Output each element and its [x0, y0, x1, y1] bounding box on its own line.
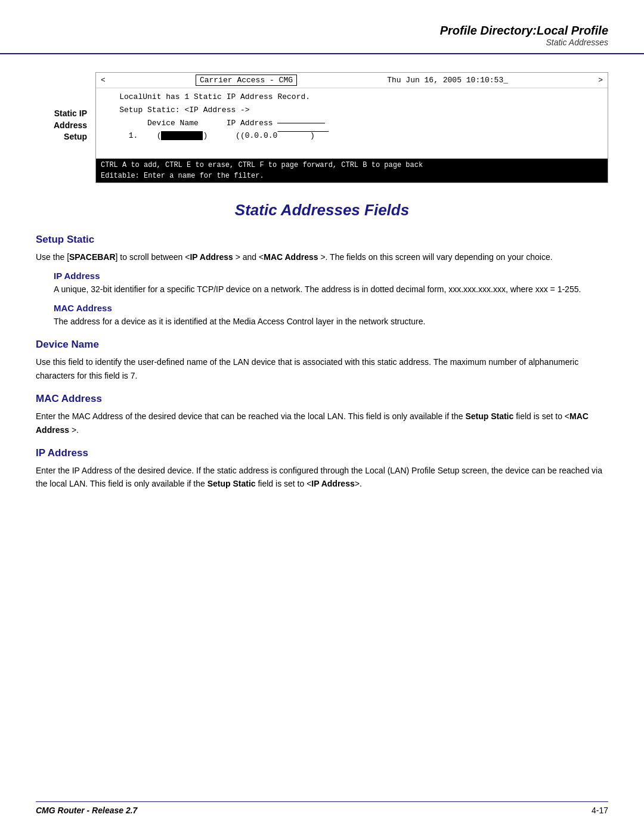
device-name-input-field: ( ): [157, 131, 212, 140]
header-section: Profile Directory:Local Profile Static A…: [0, 0, 644, 54]
subsection-mac-address-heading: MAC Address: [36, 393, 608, 405]
main-content: Static IP Address Setup < Carrier Access…: [0, 54, 644, 506]
terminal-timestamp: Thu Jun 16, 2005 10:10:53_: [387, 76, 508, 85]
terminal-footer: CTRL A to add, CTRL E to erase, CTRL F t…: [96, 159, 608, 182]
terminal-line-1: LocalUnit has 1 Static IP Address Record…: [101, 91, 603, 104]
terminal-nav-right: >: [598, 76, 603, 85]
footer-left: CMG Router - Release 2.7: [36, 806, 137, 815]
terminal-title: Carrier Access - CMG: [196, 75, 297, 86]
subsection-ip-address-text: Enter the IP Address of the desired devi…: [36, 464, 608, 491]
header-title: Profile Directory:Local Profile: [36, 24, 608, 38]
page-footer: CMG Router - Release 2.7 4-17: [36, 801, 608, 815]
subsection-setup-static-heading: Setup Static: [36, 234, 608, 246]
footer-right: 4-17: [592, 806, 608, 815]
subsection-setup-static-text: Use the [SPACEBAR] to scroll between <IP…: [36, 250, 608, 264]
terminal-wrapper: Static IP Address Setup < Carrier Access…: [36, 72, 608, 183]
subsection-mac-address-text: Enter the MAC Address of the desired dev…: [36, 410, 608, 436]
terminal-line-setup: Setup Static: <IP Address ->: [101, 104, 603, 117]
header-subtitle: Static Addresses: [36, 38, 608, 47]
page-container: Profile Directory:Local Profile Static A…: [0, 0, 644, 833]
terminal-header-row: < Carrier Access - CMG Thu Jun 16, 2005 …: [96, 73, 608, 88]
subsection-mac-address-nested-text: The address for a device as it is identi…: [54, 315, 608, 328]
subsection-ip-address-nested-heading: IP Address: [54, 271, 608, 281]
terminal-body: LocalUnit has 1 Static IP Address Record…: [96, 88, 608, 159]
subsection-mac-address-nested-heading: MAC Address: [54, 303, 608, 313]
terminal-columns-header: Device Name IP Address: [101, 117, 603, 130]
terminal-record-row: 1. ( ) ((0.0.0.0 ): [101, 130, 603, 143]
subsection-device-name-heading: Device Name: [36, 339, 608, 351]
terminal-box: < Carrier Access - CMG Thu Jun 16, 2005 …: [95, 72, 608, 183]
subsection-ip-address-heading: IP Address: [36, 447, 608, 459]
terminal-blank-line: [101, 143, 603, 156]
terminal-nav-left: <: [101, 76, 106, 85]
subsection-ip-address-nested-text: A unique, 32-bit identifier for a specif…: [54, 283, 608, 296]
subsection-device-name-text: Use this field to identify the user-defi…: [36, 355, 608, 382]
terminal-footer-line1: CTRL A to add, CTRL E to erase, CTRL F t…: [101, 160, 603, 171]
terminal-side-label: Static IP Address Setup: [36, 72, 95, 143]
terminal-footer-line2: Editable: Enter a name for the filter.: [101, 171, 603, 181]
section-title: Static Addresses Fields: [36, 201, 608, 219]
